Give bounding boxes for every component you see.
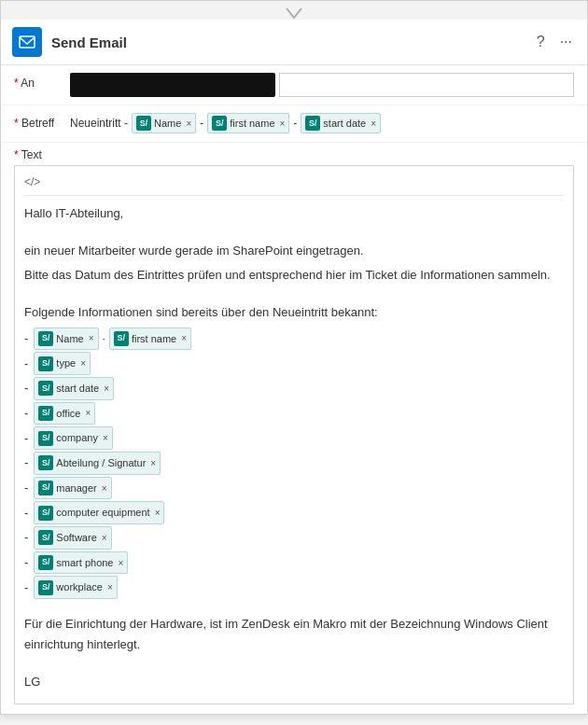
chip-close-type[interactable]: × xyxy=(80,356,86,371)
blank-4 xyxy=(24,659,564,672)
chip-software[interactable]: S/ Software × xyxy=(34,526,111,550)
chip-label-firstname: first name xyxy=(132,330,176,348)
editor-toolbar: </> xyxy=(24,174,564,196)
chips-line-name: - S/ Name × · S/ first name × xyxy=(24,328,564,351)
chip-startdate[interactable]: S/ start date × xyxy=(34,377,114,400)
chip-close-startdate[interactable]: × xyxy=(104,381,109,397)
tag-close-name[interactable]: × xyxy=(186,119,191,129)
chip-close-firstname[interactable]: × xyxy=(181,330,187,346)
dash-abteilung: - xyxy=(24,453,28,473)
tag-close-firstname[interactable]: × xyxy=(280,119,286,129)
chip-label-smartphone: smart phone xyxy=(56,554,113,572)
chip-icon-computer: S/ xyxy=(38,506,53,521)
subject-tag-startdate[interactable]: S/ start date × xyxy=(301,113,381,133)
chip-close-smartphone[interactable]: × xyxy=(119,555,124,571)
chips-line-type: - S/ type × xyxy=(24,352,564,375)
dash-workplace: - xyxy=(24,578,28,598)
dash-startdate: - xyxy=(24,378,28,398)
subject-tag-firstname[interactable]: S/ first name × xyxy=(207,113,289,133)
chip-icon-firstname: S/ xyxy=(114,331,129,346)
chip-icon-type: S/ xyxy=(38,356,53,371)
chip-close-company[interactable]: × xyxy=(103,430,108,446)
tag-label-startdate: start date xyxy=(323,118,366,129)
chip-icon-smartphone: S/ xyxy=(38,555,53,570)
line-greeting: Hallo IT-Abteilung, xyxy=(24,203,564,224)
text-section: * Text </> Hallo IT-Abteilung, ein neuer… xyxy=(1,143,587,714)
chip-close-abteilung[interactable]: × xyxy=(150,455,156,471)
tag-close-startdate[interactable]: × xyxy=(371,119,376,129)
chip-computer[interactable]: S/ computer equipment × xyxy=(34,501,164,524)
subject-field-row: * Betreff Neueintritt - S/ Name × - S/ f… xyxy=(1,105,587,143)
chips-line-abteilung: - S/ Abteilung / Signatur × xyxy=(24,452,564,475)
chip-manager[interactable]: S/ manager × xyxy=(34,477,111,500)
chip-icon-name: S/ xyxy=(38,331,53,346)
to-input[interactable] xyxy=(279,73,574,97)
chip-close-workplace[interactable]: × xyxy=(107,579,113,595)
chip-smartphone[interactable]: S/ smart phone × xyxy=(34,551,128,575)
line-intro: ein neuer Mitarbeiter wurde gerade im Sh… xyxy=(24,241,564,261)
chip-workplace[interactable]: S/ workplace × xyxy=(34,576,117,599)
subject-field-content: Neueintritt - S/ Name × - S/ first name … xyxy=(70,113,574,133)
chip-close-computer[interactable]: × xyxy=(155,505,161,521)
to-field-content xyxy=(70,73,574,97)
chip-company[interactable]: S/ company × xyxy=(34,426,112,450)
blank-2 xyxy=(24,289,564,302)
chip-close-software[interactable]: × xyxy=(102,530,107,546)
to-label: * An xyxy=(14,73,70,90)
subject-tag-name[interactable]: S/ Name × xyxy=(132,113,196,133)
send-email-card: Send Email ? ··· * An * Betreff Neueintr… xyxy=(0,0,588,715)
dash-computer: - xyxy=(24,503,28,523)
dash-software: - xyxy=(24,527,28,548)
to-black-box xyxy=(70,73,275,97)
header-title: Send Email xyxy=(51,35,533,50)
chip-label-startdate: start date xyxy=(56,380,99,397)
chip-firstname[interactable]: S/ first name × xyxy=(109,328,191,351)
header-actions: ? ··· xyxy=(533,32,576,52)
chip-close-name[interactable]: × xyxy=(89,330,94,346)
line-hardware: Für die Einrichtung der Hardware, ist im… xyxy=(24,614,564,655)
chip-name[interactable]: S/ Name × xyxy=(34,328,98,351)
chip-icon-company: S/ xyxy=(38,431,53,446)
chip-icon-software: S/ xyxy=(38,530,53,545)
chip-abteilung[interactable]: S/ Abteilung / Signatur × xyxy=(34,452,161,475)
dash-office: - xyxy=(24,403,28,424)
chip-label-software: Software xyxy=(56,529,96,547)
subject-sep-2: - xyxy=(293,117,297,130)
chip-close-manager[interactable]: × xyxy=(102,481,107,496)
chip-office[interactable]: S/ office × xyxy=(34,402,95,425)
chip-icon-abteilung: S/ xyxy=(38,455,53,470)
text-label: * Text xyxy=(14,148,574,161)
chips-line-workplace: - S/ workplace × xyxy=(24,576,564,599)
blank-1 xyxy=(24,228,564,241)
subject-sep-1: - xyxy=(200,117,203,130)
chips-line-manager: - S/ manager × xyxy=(24,477,564,500)
chip-close-office[interactable]: × xyxy=(85,405,91,421)
chip-icon-workplace: S/ xyxy=(38,580,53,595)
chips-line-software: - S/ Software × xyxy=(24,526,564,550)
chips-line-company: - S/ company × xyxy=(24,426,564,450)
dash-type: - xyxy=(24,354,28,374)
chip-label-abteilung: Abteilung / Signatur xyxy=(56,454,146,472)
chip-icon-startdate: S/ xyxy=(38,381,53,396)
chip-icon-office: S/ xyxy=(38,406,53,421)
connector-arrow xyxy=(1,1,587,20)
chip-label-computer: computer equipment xyxy=(56,504,149,522)
tag-icon-name: S/ xyxy=(136,116,151,131)
chip-type[interactable]: S/ type × xyxy=(34,352,91,375)
card-header: Send Email ? ··· xyxy=(1,20,587,65)
blank-3 xyxy=(24,601,564,614)
to-field-row: * An xyxy=(1,65,587,105)
chip-label-office: office xyxy=(56,405,80,423)
dash-manager: - xyxy=(24,478,28,498)
chips-line-smartphone: - S/ smart phone × xyxy=(24,551,564,575)
text-editor[interactable]: </> Hallo IT-Abteilung, ein neuer Mitarb… xyxy=(14,165,574,704)
app-icon xyxy=(12,27,42,57)
chip-label-company: company xyxy=(56,429,98,447)
chip-label-name: Name xyxy=(56,330,83,348)
more-button[interactable]: ··· xyxy=(556,32,576,52)
chip-label-manager: manager xyxy=(56,480,96,497)
help-button[interactable]: ? xyxy=(533,32,549,52)
subject-label: * Betreff xyxy=(14,113,70,130)
dash-1: - xyxy=(24,328,28,349)
line-lg: LG xyxy=(24,672,564,692)
